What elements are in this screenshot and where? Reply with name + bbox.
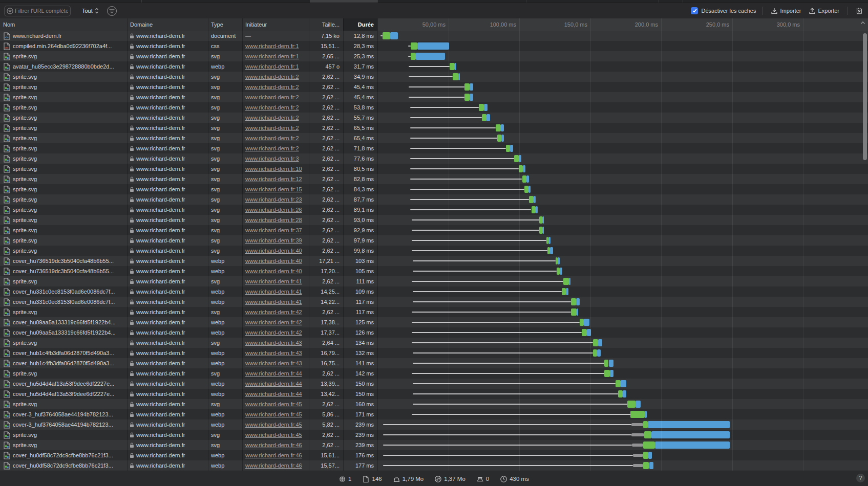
request-row[interactable]: cover-3_huf3764058ae44194b782123... www.… <box>0 419 868 430</box>
initiator-link[interactable]: www.richard-dern.fr:2 <box>245 145 299 151</box>
initiator-link[interactable]: www.richard-dern.fr:2 <box>245 74 299 80</box>
initiator-link[interactable]: www.richard-dern.fr:1 <box>245 43 299 49</box>
initiator-link[interactable]: www.richard-dern.fr:44 <box>245 381 302 387</box>
request-row[interactable]: cover_hu331c0ec8153f0ad6e0086dc7f... www… <box>0 286 868 297</box>
url-filter-input[interactable] <box>13 8 70 14</box>
initiator-link[interactable]: www.richard-dern.fr:1 <box>245 63 299 70</box>
initiator-link[interactable]: www.richard-dern.fr:46 <box>245 462 302 469</box>
request-row[interactable]: sprite.svg www.richard-dern.fr svg www.r… <box>0 235 868 246</box>
initiator-link[interactable]: www.richard-dern.fr:45 <box>245 411 302 417</box>
initiator-link[interactable]: www.richard-dern.fr:41 <box>245 289 302 295</box>
col-header-type[interactable]: Type <box>211 18 223 31</box>
checkbox-checked-icon[interactable] <box>691 7 698 14</box>
request-row[interactable]: avatar_hu85ecc3e298728880b0bde2d... www.… <box>0 61 868 72</box>
initiator-link[interactable]: www.richard-dern.fr:43 <box>245 360 302 366</box>
request-row[interactable]: sprite.svg www.richard-dern.fr svg www.r… <box>0 440 868 450</box>
col-header-duree-sorted[interactable]: Durée <box>343 18 377 31</box>
request-row[interactable]: sprite.svg www.richard-dern.fr svg www.r… <box>0 51 868 61</box>
vertical-scrollbar-thumb[interactable] <box>863 33 867 160</box>
initiator-link[interactable]: www.richard-dern.fr:45 <box>245 401 302 407</box>
request-row[interactable]: sprite.svg www.richard-dern.fr svg www.r… <box>0 143 868 153</box>
request-row[interactable]: sprite.svg www.richard-dern.fr svg www.r… <box>0 113 868 123</box>
request-row[interactable]: cover_hub1c4fb3dfa06d2870f5d490a3... www… <box>0 348 868 358</box>
request-row[interactable]: sprite.svg www.richard-dern.fr svg www.r… <box>0 338 868 348</box>
initiator-link[interactable]: www.richard-dern.fr:2 <box>245 115 299 121</box>
help-button[interactable]: ? <box>856 474 865 482</box>
initiator-link[interactable]: www.richard-dern.fr:42 <box>245 319 302 325</box>
initiator-link[interactable]: www.richard-dern.fr:46 <box>245 442 302 448</box>
request-row[interactable]: <> www.richard-dern.fr www.richard-dern.… <box>0 31 868 41</box>
clear-network-items-button[interactable] <box>855 6 864 15</box>
request-row[interactable]: cover_hu5d4d4af13a53f9dee6df2227e... www… <box>0 389 868 399</box>
initiator-link[interactable]: www.richard-dern.fr:44 <box>245 370 302 377</box>
resource-type-select[interactable]: Tout <box>82 8 99 14</box>
request-row[interactable]: sprite.svg www.richard-dern.fr svg www.r… <box>0 276 868 286</box>
request-row[interactable]: sprite.svg www.richard-dern.fr svg www.r… <box>0 184 868 194</box>
col-header-domaine[interactable]: Domaine <box>130 18 153 31</box>
initiator-link[interactable]: www.richard-dern.fr:2 <box>245 135 299 141</box>
filter-options-menu-button[interactable] <box>107 6 117 16</box>
request-row[interactable]: cover_hu5d4d4af13a53f9dee6df2227e... www… <box>0 379 868 389</box>
request-row[interactable]: sprite.svg www.richard-dern.fr svg www.r… <box>0 92 868 102</box>
initiator-link[interactable]: www.richard-dern.fr:41 <box>245 299 302 305</box>
scroll-up-chevron-icon[interactable] <box>860 21 865 25</box>
request-row[interactable]: sprite.svg www.richard-dern.fr svg www.r… <box>0 174 868 184</box>
request-row[interactable]: sprite.svg www.richard-dern.fr svg www.r… <box>0 246 868 256</box>
request-row[interactable]: sprite.svg www.richard-dern.fr svg www.r… <box>0 194 868 205</box>
initiator-link[interactable]: www.richard-dern.fr:28 <box>245 217 302 223</box>
initiator-link[interactable]: www.richard-dern.fr:43 <box>245 350 302 356</box>
initiator-link[interactable]: www.richard-dern.fr:2 <box>245 84 299 90</box>
request-row[interactable]: cover_hu736519dc3b5040cfa48b6b55... www.… <box>0 266 868 276</box>
request-row[interactable]: cover-3_huf3764058ae44194b782123... www.… <box>0 409 868 419</box>
request-row[interactable]: sprite.svg www.richard-dern.fr svg www.r… <box>0 399 868 409</box>
initiator-link[interactable]: www.richard-dern.fr:3 <box>245 156 299 162</box>
request-row[interactable]: cover_hu736519dc3b5040cfa48b6b55... www.… <box>0 256 868 266</box>
initiator-link[interactable]: www.richard-dern.fr:1 <box>245 53 299 59</box>
col-header-initiateur[interactable]: Initiateur <box>245 18 267 31</box>
request-row[interactable]: sprite.svg www.richard-dern.fr svg www.r… <box>0 368 868 379</box>
initiator-link[interactable]: www.richard-dern.fr:15 <box>245 186 302 192</box>
initiator-link[interactable]: www.richard-dern.fr:40 <box>245 248 302 254</box>
initiator-link[interactable]: www.richard-dern.fr:40 <box>245 258 302 264</box>
initiator-link[interactable]: www.richard-dern.fr:37 <box>245 227 302 233</box>
request-row[interactable]: sprite.svg www.richard-dern.fr svg www.r… <box>0 205 868 215</box>
export-button[interactable]: Exporter <box>808 7 841 15</box>
request-row[interactable]: sprite.svg www.richard-dern.fr svg www.r… <box>0 225 868 235</box>
request-row[interactable]: cover_hu09aa5a133319c66fd5f1922b4... www… <box>0 327 868 338</box>
initiator-link[interactable]: www.richard-dern.fr:41 <box>245 278 302 284</box>
request-row[interactable]: sprite.svg www.richard-dern.fr svg www.r… <box>0 215 868 225</box>
request-row[interactable]: sprite.svg www.richard-dern.fr svg www.r… <box>0 123 868 133</box>
initiator-link[interactable]: www.richard-dern.fr:23 <box>245 196 302 203</box>
request-row[interactable]: css compiled.min.264dba0d92236f702a4f...… <box>0 41 868 51</box>
request-row[interactable]: sprite.svg www.richard-dern.fr svg www.r… <box>0 164 868 174</box>
request-row[interactable]: sprite.svg www.richard-dern.fr svg www.r… <box>0 82 868 92</box>
request-row[interactable]: sprite.svg www.richard-dern.fr svg www.r… <box>0 133 868 143</box>
request-row[interactable]: sprite.svg www.richard-dern.fr svg www.r… <box>0 102 868 113</box>
request-row[interactable]: cover_hub1c4fb3dfa06d2870f5d490a3... www… <box>0 358 868 368</box>
request-row[interactable]: cover_hu09aa5a133319c66fd5f1922b4... www… <box>0 317 868 327</box>
col-header-nom[interactable]: Nom <box>3 18 15 31</box>
initiator-link[interactable]: www.richard-dern.fr:45 <box>245 432 302 438</box>
initiator-link[interactable]: www.richard-dern.fr:43 <box>245 340 302 346</box>
request-row[interactable]: sprite.svg www.richard-dern.fr svg www.r… <box>0 153 868 164</box>
initiator-link[interactable]: www.richard-dern.fr:42 <box>245 309 302 315</box>
col-header-taille[interactable]: Taille... <box>294 18 340 31</box>
initiator-link[interactable]: www.richard-dern.fr:2 <box>245 104 299 111</box>
initiator-link[interactable]: www.richard-dern.fr:10 <box>245 166 302 172</box>
request-row[interactable]: sprite.svg www.richard-dern.fr svg www.r… <box>0 72 868 82</box>
url-filter-field[interactable] <box>4 6 71 16</box>
initiator-link[interactable]: www.richard-dern.fr:2 <box>245 94 299 100</box>
initiator-link[interactable]: www.richard-dern.fr:40 <box>245 268 302 274</box>
request-row[interactable]: cover_hu0df58c72dc9cfbe8bb76c21f3... www… <box>0 450 868 460</box>
request-row[interactable]: cover_hu0df58c72dc9cfbe8bb76c21f3... www… <box>0 460 868 471</box>
request-row[interactable]: sprite.svg www.richard-dern.fr svg www.r… <box>0 430 868 440</box>
initiator-link[interactable]: www.richard-dern.fr:46 <box>245 452 302 458</box>
initiator-link[interactable]: www.richard-dern.fr:44 <box>245 391 302 397</box>
initiator-link[interactable]: www.richard-dern.fr:12 <box>245 176 302 182</box>
initiator-link[interactable]: www.richard-dern.fr:45 <box>245 422 302 428</box>
initiator-link[interactable]: www.richard-dern.fr:39 <box>245 237 302 244</box>
initiator-link[interactable]: www.richard-dern.fr:26 <box>245 207 302 213</box>
disable-caches-toggle[interactable]: Désactiver les caches <box>691 7 756 14</box>
request-row[interactable]: cover_hu331c0ec8153f0ad6e0086dc7f... www… <box>0 297 868 307</box>
initiator-link[interactable]: www.richard-dern.fr:2 <box>245 125 299 131</box>
